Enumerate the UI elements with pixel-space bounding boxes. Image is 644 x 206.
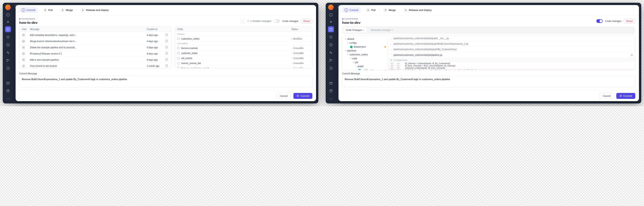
- restore-icon[interactable]: [165, 58, 168, 61]
- created-at-cell: 1 month ago: [146, 65, 165, 67]
- reset-button[interactable]: Reset: [624, 19, 635, 23]
- col-user: User: [22, 28, 30, 30]
- svg-point-15: [332, 30, 332, 31]
- activity-icon[interactable]: [328, 50, 334, 56]
- commit-button[interactable]: ⦿Commit: [616, 93, 635, 99]
- tree-folder[interactable]: ▾pipelines: [342, 49, 388, 53]
- table-row[interactable]: KFirst commit to dev branch1 month ago: [20, 63, 172, 68]
- more-icon[interactable]: ⋯: [328, 96, 334, 102]
- table-row[interactable]: KAdd metadata descriptions, mappings, an…: [20, 32, 172, 38]
- package-icon[interactable]: [5, 80, 11, 86]
- tab-metadata-changes[interactable]: Metadata changes1: [368, 27, 396, 33]
- download-icon[interactable]: ↓: [240, 19, 245, 23]
- restore-icon[interactable]: [165, 46, 168, 49]
- wizard-step[interactable]: 2Pull: [41, 7, 55, 13]
- table-row[interactable]: historic_events_flatUnmodifie: [175, 61, 312, 66]
- avatar: K: [22, 33, 26, 37]
- wizard-step[interactable]: 4Release and Deploy: [78, 7, 111, 13]
- wizard-step[interactable]: 4Release and Deploy: [402, 7, 434, 13]
- tree-folder[interactable]: ▾code: [342, 56, 388, 60]
- home-icon[interactable]: [5, 12, 11, 18]
- wizard-step[interactable]: 1Commit: [19, 7, 38, 13]
- code-changes-toggle[interactable]: [596, 19, 603, 23]
- table-row[interactable]: customer_totalsUnmodifie: [175, 50, 312, 56]
- commit-message-cell: [Prophecy] Release version 0.1: [30, 52, 146, 55]
- restore-icon[interactable]: [165, 33, 168, 36]
- help-icon[interactable]: [5, 88, 11, 94]
- commit-message-cell: Merge branch refs/remotes/local/main int…: [30, 40, 146, 42]
- table-row[interactable]: farmers-marketsUnmodifie: [175, 46, 312, 50]
- package-icon[interactable]: [328, 80, 334, 86]
- table-row[interactable]: farmers_market_tax_reportUnmodifie: [175, 66, 312, 68]
- help-icon[interactable]: [328, 88, 334, 94]
- commit-message-input[interactable]: [342, 76, 635, 87]
- pipeline-icon[interactable]: [328, 26, 334, 32]
- pipeline-icon[interactable]: [5, 26, 11, 32]
- diamond-icon[interactable]: [328, 34, 334, 40]
- hidden-lines-indicator[interactable]: 13 hidden lines: [388, 58, 635, 62]
- cancel-button[interactable]: Cancel: [276, 93, 291, 99]
- avatar: K: [22, 64, 26, 68]
- diff-file-header[interactable]: ⌃pipelines/customers_orders/code/job/pip…: [388, 52, 635, 58]
- diff-line: 1616 Customer_Orders(spark, df_Sum_Amoun…: [388, 67, 635, 69]
- wizard-step[interactable]: 3Merge: [58, 7, 75, 13]
- table-row[interactable]: KAdd a new example pipeline.4 days ago: [20, 56, 172, 63]
- tree-folder[interactable]: ▾customers_orders: [342, 53, 388, 56]
- table-row[interactable]: K[Prophecy] Release version 0.14 days ag…: [20, 50, 172, 56]
- clock-icon[interactable]: [5, 42, 11, 48]
- add-icon[interactable]: +: [330, 20, 332, 24]
- restore-icon[interactable]: [165, 64, 168, 67]
- history-rail-icon[interactable]: [328, 65, 334, 71]
- svg-rect-11: [330, 14, 332, 16]
- table-row[interactable]: D?Merge branch refs/remotes/local/main i…: [20, 38, 172, 44]
- table-row[interactable]: KDelete the example pipeline and its ass…: [20, 44, 172, 50]
- diff-file-header[interactable]: ⌄pipelines/customers_orders/code/job/gra…: [388, 36, 635, 41]
- tree-folder[interactable]: ▾graph: [342, 64, 388, 68]
- svg-point-2: [9, 28, 10, 29]
- svg-point-1: [7, 28, 8, 29]
- diff-file-header[interactable]: ⌄pipelines/customers_orders/code/job/gra…: [388, 41, 635, 47]
- svg-point-8: [7, 61, 8, 62]
- table-row[interactable]: old_eventsUnmodifie: [175, 56, 312, 61]
- reset-button[interactable]: Reset: [301, 19, 312, 23]
- add-icon[interactable]: +: [7, 20, 10, 24]
- tree-folder[interactable]: ▾default: [342, 37, 388, 41]
- commit-modal: ✕ 1Commit›2Pull›3Merge›4Release and Depl…: [338, 5, 639, 101]
- col-status: Status: [292, 28, 310, 30]
- diff-line: 1414 df_Cleanup = Cleanup(spark, df_By_C…: [388, 62, 635, 64]
- branch-icon[interactable]: [5, 58, 11, 64]
- tree-folder[interactable]: ▾configs: [342, 41, 388, 45]
- restore-icon[interactable]: [165, 52, 168, 55]
- diamond-icon[interactable]: [5, 34, 11, 40]
- tree-file[interactable]: dataset.json: [342, 45, 388, 49]
- history-rail-icon[interactable]: [5, 65, 11, 71]
- commit-modal: ✕ 1Commit›2Pull›3Merge›4Release and Depl…: [16, 5, 316, 101]
- cancel-button[interactable]: Cancel: [599, 93, 614, 99]
- diff-file-header[interactable]: ⌄pipelines/customers_orders/code/job/gra…: [388, 47, 635, 52]
- restore-icon[interactable]: [165, 39, 168, 42]
- status-unmodified: Unmodifie: [292, 62, 310, 64]
- app-logo-icon: [5, 4, 11, 10]
- avatar: D?: [22, 39, 26, 43]
- col-created: Created at: [146, 28, 165, 30]
- history-table: User Message Created at KAdd metadata de…: [19, 26, 172, 68]
- more-icon[interactable]: ⋯: [5, 96, 11, 102]
- wizard-step[interactable]: 2Pull: [364, 7, 378, 13]
- activity-icon[interactable]: [5, 50, 11, 56]
- tree-file[interactable]: __init__.py: [342, 68, 388, 70]
- tree-folder[interactable]: ▾job: [342, 60, 388, 64]
- clock-icon[interactable]: [328, 42, 334, 48]
- tab-code-changes[interactable]: Code Changes5: [343, 27, 367, 33]
- chevron-right-icon: ›: [39, 9, 40, 12]
- commit-message-cell: Delete the example pipeline and its asso…: [30, 46, 146, 49]
- entity-icon: [177, 47, 180, 50]
- wizard-step[interactable]: 3Merge: [381, 7, 398, 13]
- table-row[interactable]: customers_ordersModified: [175, 36, 312, 41]
- wizard-step[interactable]: 1Commit: [342, 7, 360, 13]
- commit-button[interactable]: ⦿Commit: [293, 93, 312, 99]
- branch-icon[interactable]: [328, 58, 334, 64]
- code-changes-toggle[interactable]: [274, 19, 280, 23]
- commit-message-input[interactable]: [19, 76, 312, 87]
- app-logo-icon: [328, 4, 334, 10]
- home-icon[interactable]: [328, 12, 334, 18]
